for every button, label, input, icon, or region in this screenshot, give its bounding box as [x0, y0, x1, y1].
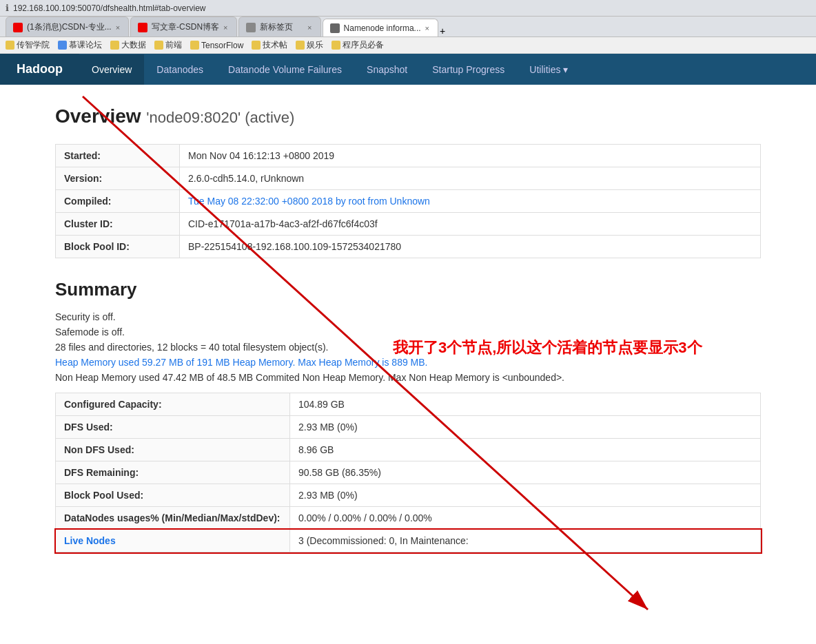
tab-hadoop-close[interactable]: ×: [425, 24, 429, 32]
bookmark-bigdata-label: 大数据: [121, 39, 146, 51]
new-tab-button[interactable]: +: [440, 25, 445, 37]
tab-newtab-label: 新标签页: [260, 21, 293, 33]
bookmark-frontend-icon: [154, 41, 163, 50]
table-row: DFS Remaining: 90.58 GB (86.35%): [56, 461, 761, 484]
clusterid-label: Cluster ID:: [56, 213, 180, 236]
table-row: Started: Mon Nov 04 16:12:13 +0800 2019: [56, 145, 761, 167]
table-row: DFS Used: 2.93 MB (0%): [56, 416, 761, 439]
dfs-used-label: DFS Used:: [56, 416, 290, 439]
blockpoolid-value: BP-225154108-192.168.100.109-15725340217…: [180, 236, 761, 258]
tab-compose-label: 写文章-CSDN博客: [152, 21, 219, 33]
security-status: Security is off.: [55, 311, 761, 322]
table-row: Cluster ID: CID-e171701a-a17b-4ac3-af2f-…: [56, 213, 761, 236]
overview-table: Started: Mon Nov 04 16:12:13 +0800 2019 …: [55, 144, 761, 258]
table-row: Non DFS Used: 8.96 GB: [56, 439, 761, 461]
newtab-favicon: [246, 23, 256, 32]
hadoop-brand[interactable]: Hadoop: [0, 54, 79, 85]
table-row: DataNodes usages% (Min/Median/Max/stdDev…: [56, 507, 761, 530]
dfs-remaining-label: DFS Remaining:: [56, 461, 290, 484]
tab-newtab[interactable]: 新标签页 ×: [238, 17, 321, 37]
compose-favicon: [138, 23, 147, 32]
bookmark-chuanzhi[interactable]: 传智学院: [6, 39, 50, 51]
non-heap-memory: Non Heap Memory used 47.42 MB of 48.5 MB…: [55, 372, 761, 383]
hadoop-navbar: Hadoop Overview Datanodes Datanode Volum…: [0, 54, 816, 85]
bookmark-mukf[interactable]: 慕课论坛: [58, 39, 102, 51]
nav-datanodes[interactable]: Datanodes: [144, 54, 216, 85]
bookmark-program[interactable]: 程序员必备: [332, 39, 384, 51]
nav-items: Overview Datanodes Datanode Volume Failu…: [79, 54, 580, 85]
tabs-bar: (1条消息)CSDN-专业... × 写文章-CSDN博客 × 新标签页 × N…: [0, 17, 816, 37]
tab-csdn-close[interactable]: ×: [116, 23, 120, 32]
url-display: 192.168.100.109:50070/dfshealth.html#tab…: [13, 3, 206, 13]
table-row: Compiled: Tue May 08 22:32:00 +0800 2018…: [56, 190, 761, 213]
started-label: Started:: [56, 145, 180, 167]
non-dfs-used-value: 8.96 GB: [290, 439, 761, 461]
csdn-favicon: [13, 23, 23, 32]
bookmark-yule-label: 娱乐: [307, 39, 323, 51]
bookmark-frontend-label: 前端: [165, 39, 182, 51]
filesystem-objects: 28 files and directories, 12 blocks = 40…: [55, 342, 761, 353]
bookmark-mukf-icon: [58, 41, 67, 50]
compiled-link[interactable]: Tue May 08 22:32:00 +0800 2018 by root f…: [188, 196, 430, 207]
live-nodes-label: Live Nodes: [56, 530, 290, 552]
nav-overview[interactable]: Overview: [79, 54, 144, 85]
bookmark-tensorflow-label: TensorFlow: [201, 41, 243, 50]
configured-capacity-value: 104.89 GB: [290, 393, 761, 416]
bookmark-tensorflow-icon: [190, 41, 199, 50]
dfs-used-value: 2.93 MB (0%): [290, 416, 761, 439]
bookmark-bigdata[interactable]: 大数据: [110, 39, 146, 51]
security-icon: ℹ: [6, 3, 9, 13]
block-pool-used-label: Block Pool Used:: [56, 484, 290, 507]
tab-newtab-close[interactable]: ×: [307, 23, 312, 32]
live-nodes-row: Live Nodes 3 (Decommissioned: 0, In Main…: [56, 530, 761, 552]
overview-heading: Overview 'node09:8020' (active): [55, 105, 761, 127]
bookmark-jishu[interactable]: 技术帖: [252, 39, 287, 51]
bookmark-frontend[interactable]: 前端: [154, 39, 182, 51]
bookmark-yule-icon: [296, 41, 305, 50]
bookmark-program-label: 程序员必备: [343, 39, 384, 51]
table-row: Configured Capacity: 104.89 GB: [56, 393, 761, 416]
configured-capacity-label: Configured Capacity:: [56, 393, 290, 416]
bookmark-bigdata-icon: [110, 41, 119, 50]
version-value: 2.6.0-cdh5.14.0, rUnknown: [180, 167, 761, 190]
nav-datanode-volume-failures[interactable]: Datanode Volume Failures: [216, 54, 354, 85]
bookmark-jishu-label: 技术帖: [263, 39, 287, 51]
tab-hadoop[interactable]: Namenode informa... ×: [323, 19, 439, 37]
tab-csdn-label: (1条消息)CSDN-专业...: [27, 21, 112, 33]
overview-subtitle: 'node09:8020' (active): [146, 109, 294, 126]
bookmark-chuanzhi-icon: [6, 41, 14, 50]
safemode-status: Safemode is off.: [55, 326, 761, 337]
blockpoolid-label: Block Pool ID:: [56, 236, 180, 258]
compiled-value: Tue May 08 22:32:00 +0800 2018 by root f…: [180, 190, 761, 213]
bookmarks-bar: 传智学院 慕课论坛 大数据 前端 TensorFlow 技术帖 娱乐 程序员必: [0, 37, 816, 54]
compiled-label: Compiled:: [56, 190, 180, 213]
bookmark-yule[interactable]: 娱乐: [296, 39, 323, 51]
tab-hadoop-label: Namenode informa...: [344, 23, 421, 33]
live-nodes-value: 3 (Decommissioned: 0, In Maintenance:: [290, 530, 761, 552]
table-row: Block Pool Used: 2.93 MB (0%): [56, 484, 761, 507]
datanodes-usages-label: DataNodes usages% (Min/Median/Max/stdDev…: [56, 507, 290, 530]
utilities-dropdown-icon: ▾: [563, 64, 568, 75]
summary-table: Configured Capacity: 104.89 GB DFS Used:…: [55, 393, 761, 552]
table-row: Version: 2.6.0-cdh5.14.0, rUnknown: [56, 167, 761, 190]
nav-startup-progress[interactable]: Startup Progress: [420, 54, 517, 85]
bookmark-tensorflow[interactable]: TensorFlow: [190, 41, 243, 50]
clusterid-value: CID-e171701a-a17b-4ac3-af2f-d67fc6f4c03f: [180, 213, 761, 236]
nav-snapshot[interactable]: Snapshot: [354, 54, 420, 85]
tab-compose-close[interactable]: ×: [223, 23, 227, 32]
bookmark-mukf-label: 慕课论坛: [69, 39, 102, 51]
started-value: Mon Nov 04 16:12:13 +0800 2019: [180, 145, 761, 167]
table-row: Block Pool ID: BP-225154108-192.168.100.…: [56, 236, 761, 258]
heap-memory: Heap Memory used 59.27 MB of 191 MB Heap…: [55, 357, 761, 368]
live-nodes-link[interactable]: Live Nodes: [64, 535, 116, 546]
non-dfs-used-label: Non DFS Used:: [56, 439, 290, 461]
tab-csdn[interactable]: (1条消息)CSDN-专业... ×: [6, 17, 129, 37]
summary-heading: Summary: [55, 279, 761, 300]
tab-compose[interactable]: 写文章-CSDN博客 ×: [130, 17, 236, 37]
block-pool-used-value: 2.93 MB (0%): [290, 484, 761, 507]
nav-utilities[interactable]: Utilities ▾: [517, 54, 580, 85]
browser-address-bar: ℹ 192.168.100.109:50070/dfshealth.html#t…: [0, 0, 816, 17]
heap-memory-link[interactable]: Heap Memory used 59.27 MB of 191 MB Heap…: [55, 357, 428, 368]
version-label: Version:: [56, 167, 180, 190]
bookmark-program-icon: [332, 41, 340, 50]
